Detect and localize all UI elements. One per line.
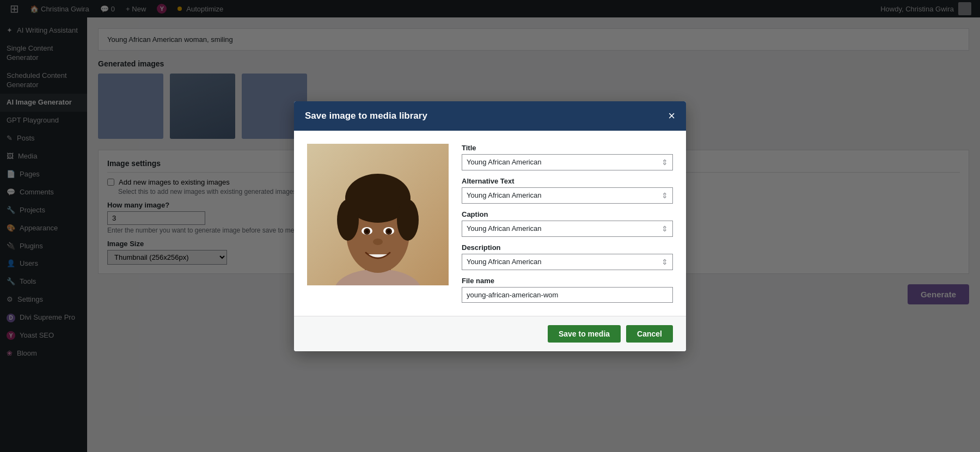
caption-input-wrapper: ⇕ [462,221,673,237]
svg-point-11 [365,230,369,233]
alt-text-input-wrapper: ⇕ [462,187,673,204]
caption-label: Caption [462,210,673,218]
modal-body: Title ⇕ Alternative Text ⇕ Caption [294,131,686,316]
title-scroll-icon: ⇕ [661,158,668,167]
description-input-wrapper: ⇕ [462,254,673,270]
description-scroll-icon: ⇕ [661,258,668,266]
modal: Save image to media library × [294,101,686,351]
svg-point-12 [387,230,390,233]
modal-footer: Save to media Cancel [294,316,686,351]
modal-form: Title ⇕ Alternative Text ⇕ Caption [462,144,673,303]
modal-close-button[interactable]: × [668,110,675,122]
alt-text-input[interactable] [467,191,661,199]
modal-overlay[interactable]: Save image to media library × [0,0,980,452]
alt-text-field-group: Alternative Text ⇕ [462,177,673,204]
caption-scroll-icon: ⇕ [661,224,668,233]
file-name-label: File name [462,277,673,285]
description-label: Description [462,243,673,252]
caption-field-group: Caption ⇕ [462,210,673,237]
caption-input[interactable] [467,224,661,233]
alt-text-scroll-icon: ⇕ [661,191,668,200]
modal-image-preview [307,144,449,285]
svg-point-13 [373,239,383,245]
description-input[interactable] [467,258,661,266]
title-input[interactable] [467,158,661,166]
svg-point-6 [397,199,419,241]
title-label: Title [462,144,673,152]
description-field-group: Description ⇕ [462,243,673,270]
save-to-media-button[interactable]: Save to media [548,325,621,343]
svg-point-5 [337,199,359,241]
alt-text-label: Alternative Text [462,177,673,185]
title-field-group: Title ⇕ [462,144,673,170]
cancel-button[interactable]: Cancel [626,325,673,343]
file-name-input[interactable] [462,287,673,303]
modal-title: Save image to media library [305,111,427,121]
modal-header: Save image to media library × [294,101,686,131]
title-input-wrapper: ⇕ [462,154,673,170]
file-name-field-group: File name [462,277,673,303]
